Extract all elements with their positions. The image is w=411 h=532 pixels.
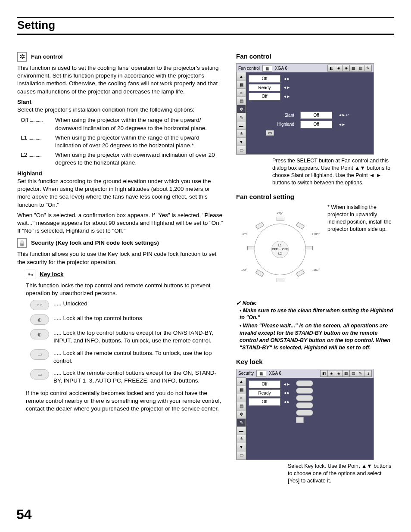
fan-icon [17,52,27,62]
keylock-choice[interactable] [296,410,313,416]
toolbar-icon[interactable]: ◧ [327,65,335,72]
left-right-icon[interactable]: ◄► [283,390,290,395]
note-item: Make sure to use the clean filter when s… [240,307,394,322]
osd-side-item[interactable]: ✎ [237,113,246,121]
toolbar-icon[interactable]: ◧ [320,370,328,377]
diag-lbl: +70° [277,212,283,215]
toolbar-icon[interactable]: ▦ [342,370,350,377]
osd-side-item[interactable]: ⚠ [237,129,246,138]
slant-intro: Select the projector's installation cond… [17,106,224,114]
osd-side-item[interactable]: ▭ [237,451,246,460]
keylock-choice[interactable] [296,395,313,401]
osd-side-item[interactable]: ○ [237,394,246,402]
osd-main: Off◄► Ready◄► Off◄► SlantOff◄► ↩ Highlan… [246,72,374,154]
lockstate-icon: ▭ [30,349,49,360]
lockstate-icon: ▭ [30,369,49,380]
opt-key: L1 [21,134,27,141]
osd1-caption: Press the SELECT button at Fan control a… [236,157,394,187]
toolbar-icon[interactable]: ▦ [349,65,357,72]
slant-opt-l2: L2 When using the projector with downwar… [21,151,224,167]
keylock-osd-head: Key lock [236,358,394,366]
opt-desc: Lock all the top control buttons [63,315,142,321]
osd-side-item-selected[interactable]: ✲ [237,105,246,113]
osd-side-item[interactable]: ▦ [237,386,246,394]
keylock-choice[interactable] [296,402,313,408]
left-right-icon[interactable]: ◄► [283,382,290,387]
osd-side-item[interactable]: ▬ [237,121,246,130]
osd-title-text: Security [238,370,254,376]
left-right-icon[interactable]: ◄► [338,122,345,127]
osd-main: Off◄► Ready◄► Off◄► [246,378,374,460]
osd-side-item[interactable]: ▤ [237,96,246,105]
opt-desc: When using the projector within the rang… [55,116,224,132]
keylock-options: ○○ ..... Unlocked ◐ ..... Lock all the t… [30,300,224,385]
keylock-footer: If the top control accidentally becomes … [26,389,224,413]
osd-side-item[interactable]: ⚠ [237,435,246,443]
osd-val[interactable]: Off [249,75,280,83]
osd-side-item[interactable]: ▲ [237,377,246,386]
osd-sub-label: Highland [266,121,294,128]
osd-val[interactable]: Off [300,112,332,119]
osd-val[interactable]: Off [249,398,280,406]
osd-side-item[interactable]: ✲ [237,410,246,419]
security-title: Security (Key lock and PIN code lock set… [31,239,159,247]
osd-side-item[interactable]: ▤ [237,402,246,411]
fan-control-heading: Fan control [17,52,224,62]
osd-side-item[interactable]: ▬ [237,426,246,435]
toolbar-icon[interactable]: ▤ [349,370,357,377]
opt-desc: When using the projector within the rang… [55,134,224,149]
keylock-choice[interactable] [296,380,313,386]
osd-side-item-selected[interactable]: ✎ [237,418,246,427]
keylock-opt-3: ◐ ..... Lock the top control buttons exc… [30,329,224,345]
toolbar-icon[interactable]: ◈ [342,65,350,72]
osd-val[interactable]: Ready [249,389,280,397]
osd-title-icon: ▦ [256,370,266,377]
toolbar-icon[interactable]: ▤ [357,65,364,72]
osd-val[interactable]: Off [249,380,280,388]
toolbar-icon[interactable]: ✎ [357,370,364,377]
opt-desc: Unlocked [63,300,87,307]
osd-val[interactable]: Ready [249,84,280,92]
osd-val[interactable]: Off [300,121,332,128]
fan-control-title: Fan control [31,53,63,61]
lockstate-icon: ○○ [30,300,49,310]
slant-opt-off: Off When using the projector within the … [21,116,224,132]
osd-title-icon: ▦ [262,65,272,72]
toolbar-icon[interactable]: ✎ [364,65,372,72]
left-right-icon[interactable]: ◄► [283,399,290,404]
osd-sub-label: Slant [266,112,294,118]
osd2-caption: Select Key lock. Use the Point ▲▼ button… [236,463,394,485]
osd-titlebar: Fan control ▦ XGA 6 ◧◈◈▦▤✎ [237,64,374,72]
osd-return-icon[interactable]: ▭ [266,130,274,136]
left-right-icon[interactable]: ◄► [283,85,290,90]
toolbar-icon[interactable]: ◈ [335,370,342,377]
osd-side-item[interactable]: ▭ [237,146,246,154]
left-right-icon[interactable]: ◄► ↩ [338,112,349,118]
toolbar-icon[interactable]: ◈ [327,370,335,377]
highland-p2: When "On" is selected, a confirmation bo… [17,212,224,235]
keylock-opt-2: ◐ ..... Lock all the top control buttons [30,314,224,325]
keylock-intro: This function locks the top control and … [26,282,224,297]
page-title: Setting [17,19,394,32]
osd-side-item[interactable]: ▦ [237,80,246,89]
osd-toolbar: ◧◈◈▦▤✎ℹ [321,370,372,377]
toolbar-icon[interactable]: ℹ [364,370,372,377]
keylock-choice[interactable] [296,388,313,394]
left-right-icon[interactable]: ◄► [283,94,290,99]
keylock-opt-4: ▭ ..... Lock all the remote control butt… [30,349,224,365]
opt-desc: When using the projector with downward i… [55,151,224,167]
osd-return-icon[interactable] [296,417,304,423]
osd-side-item[interactable]: ▼ [237,443,246,451]
osd-side-item[interactable]: ▲ [237,72,246,81]
toolbar-icon[interactable]: ◈ [335,65,342,72]
left-right-icon[interactable]: ◄► [283,76,290,81]
osd-side-item[interactable]: ▼ [237,137,246,146]
osd-side-item[interactable]: ○ [237,88,246,97]
note-item: When "Please wait..." is on the screen, … [240,322,394,352]
osd-val[interactable]: Off [249,93,280,100]
diag-lbl: OFF ··· OFF [272,247,288,251]
osd-toolbar: ◧◈◈▦▤✎ [328,65,372,72]
diag-lbl: +20° [241,232,248,236]
osd-sidebar: ▲ ▦ ○ ▤ ✲ ✎ ▬ ⚠ ▼ ▭ [237,378,246,460]
fan-control-osd-head: Fan control [236,52,394,61]
